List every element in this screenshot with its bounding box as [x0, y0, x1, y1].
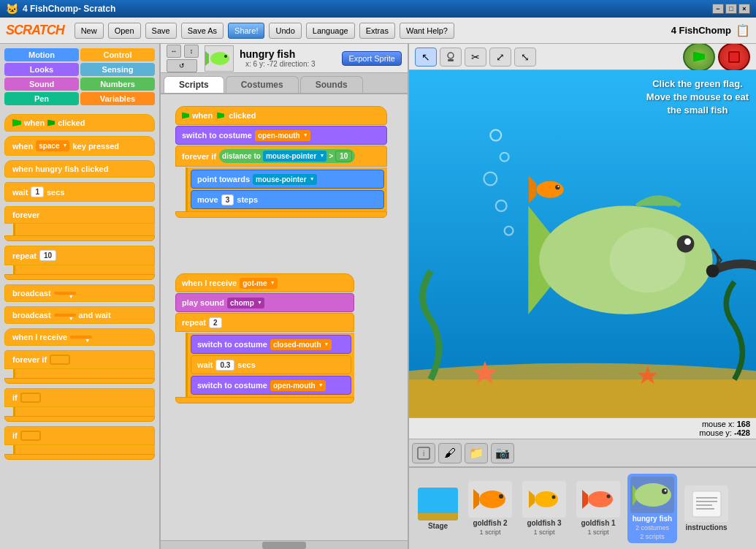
sprite-thumb-instructions[interactable]: instructions [681, 482, 731, 534]
closed-mouth-dropdown[interactable]: closed-mouth [270, 339, 332, 350]
cursor-tool[interactable]: ↖ [415, 48, 437, 67]
switch-costume-open[interactable]: switch to costume open-mouth [175, 126, 387, 145]
point-towards-dropdown[interactable]: mouse-pointer [253, 174, 316, 185]
sprite-thumb-hungry-fish[interactable]: hungry fish 2 costumes 2 scripts [627, 474, 677, 543]
open-button[interactable]: Open [108, 23, 141, 39]
block-forever[interactable]: forever [4, 206, 155, 224]
undo-button[interactable]: Undo [269, 23, 301, 39]
block-key-pressed[interactable]: when space key pressed [4, 136, 155, 156]
receive-got-me-dropdown[interactable]: got-me [240, 278, 277, 289]
flag-small [182, 113, 189, 119]
forever-slot [13, 224, 155, 235]
folder-button[interactable]: 📁 [465, 443, 488, 463]
script-area[interactable]: when clicked switch to costume open-mout… [161, 94, 408, 540]
category-numbers[interactable]: Numbers [80, 77, 155, 91]
save-as-button[interactable]: Save As [181, 23, 224, 39]
minimize-button[interactable]: − [712, 4, 724, 14]
tab-sounds[interactable]: Sounds [300, 76, 363, 93]
receive-dropdown[interactable] [70, 336, 92, 338]
if2-slot [20, 431, 41, 441]
broadcast-wait-dropdown[interactable] [54, 314, 76, 317]
distance-target-dropdown[interactable]: mouse-pointer [263, 151, 327, 162]
wait-secs-block[interactable]: wait 0.3 secs [191, 355, 351, 374]
tab-scripts[interactable]: Scripts [164, 76, 224, 93]
paint-button[interactable]: 🖌 [438, 443, 462, 463]
hungry-fish-img [630, 477, 674, 513]
open-mouth-dropdown[interactable]: open-mouth [255, 130, 310, 141]
svg-point-19 [536, 181, 563, 198]
forever-if-header[interactable]: forever if distance to mouse-pointer > 1… [175, 145, 387, 167]
category-sensing[interactable]: Sensing [80, 63, 155, 76]
repeat-header[interactable]: repeat 2 [175, 313, 354, 332]
sprite-thumb-goldfish2[interactable]: goldfish 2 1 script [465, 478, 515, 539]
category-variables[interactable]: Variables [80, 92, 155, 105]
help-button[interactable]: Want Help? [400, 23, 454, 39]
category-control[interactable]: Control [80, 48, 155, 61]
sprite-ctrl-btn-3[interactable]: ↺ [167, 59, 197, 72]
script-scrollbar[interactable] [161, 540, 408, 549]
stage-info-button[interactable]: i [412, 443, 435, 463]
sprite-thumb-goldfish1[interactable]: goldfish 1 1 script [573, 478, 623, 539]
move-steps-block[interactable]: move 3 steps [191, 190, 384, 209]
category-looks[interactable]: Looks [4, 63, 79, 76]
save-button[interactable]: Save [145, 23, 177, 39]
svg-point-0 [210, 52, 229, 65]
forever-if-inner: point towards mouse-pointer move 3 steps [186, 167, 387, 211]
camera-button[interactable]: 📷 [491, 443, 514, 463]
green-flag-button[interactable] [683, 44, 715, 72]
grow-tool[interactable]: ⤢ [489, 48, 511, 67]
goldfish1-img [576, 481, 620, 518]
script-group-1: when clicked switch to costume open-mout… [175, 106, 387, 218]
scissors-tool[interactable]: ✂ [465, 48, 486, 67]
category-motion[interactable]: Motion [4, 48, 79, 61]
sprite-info: hungry fish x: 6 y: -72 direction: 3 [240, 48, 316, 68]
category-pen[interactable]: Pen [4, 92, 79, 105]
svg-point-33 [479, 491, 505, 508]
sprite-thumb-goldfish3[interactable]: goldfish 3 1 script [519, 478, 569, 539]
block-when-receive[interactable]: when I receive [4, 328, 155, 346]
block-repeat[interactable]: repeat 10 [4, 246, 155, 265]
svg-marker-37 [529, 491, 535, 508]
when-clicked-hat[interactable]: when clicked [175, 106, 387, 125]
forever-if-bottom [175, 211, 387, 218]
maximize-button[interactable]: □ [725, 4, 737, 14]
switch-costume-open2[interactable]: switch to costume open-mouth [191, 376, 351, 395]
sprite-ctrl-btn-1[interactable]: ↔ [167, 45, 181, 58]
broadcast-dropdown[interactable] [54, 292, 76, 295]
close-button[interactable]: × [738, 4, 750, 14]
block-if2[interactable]: if [4, 426, 155, 445]
open-mouth2-dropdown[interactable]: open-mouth [270, 380, 326, 391]
script-scrollbar-thumb[interactable] [262, 542, 306, 549]
menu-bar: SCRATCH New Open Save Save As Share! Und… [0, 18, 756, 44]
tab-costumes[interactable]: Costumes [226, 76, 299, 93]
new-button[interactable]: New [75, 23, 104, 39]
stamp-tool[interactable] [440, 48, 462, 67]
share-button[interactable]: Share! [228, 23, 264, 39]
block-broadcast-wait[interactable]: broadcast and wait [4, 306, 155, 324]
shrink-tool[interactable]: ⤡ [514, 48, 536, 67]
block-when-clicked[interactable]: when clicked [4, 114, 155, 132]
category-sound[interactable]: Sound [4, 77, 79, 91]
export-sprite-button[interactable]: Export Sprite [342, 51, 402, 66]
svg-rect-4 [448, 59, 454, 61]
block-broadcast[interactable]: broadcast [4, 284, 155, 302]
when-receive-hat[interactable]: when I receive got-me [175, 273, 354, 292]
switch-costume-closed[interactable]: switch to costume closed-mouth [191, 335, 351, 354]
extras-button[interactable]: Extras [359, 23, 395, 39]
point-towards-block[interactable]: point towards mouse-pointer [191, 170, 384, 189]
stage-canvas[interactable]: Click the green flag. Move the mouse to … [409, 70, 756, 417]
play-sound-block[interactable]: play sound chomp [175, 293, 354, 312]
scripts-panel: ↔ ↕ ↺ hungry fish [161, 44, 409, 549]
key-dropdown[interactable]: space [36, 140, 69, 151]
block-wait[interactable]: wait 1 secs [4, 182, 155, 202]
block-if[interactable]: if [4, 388, 155, 407]
sprite-thumb-stage[interactable]: Stage [415, 485, 461, 533]
sound-chomp-dropdown[interactable]: chomp [227, 298, 264, 308]
sprite-ctrl-btn-2[interactable]: ↕ [184, 45, 199, 58]
sprite-preview [205, 45, 234, 72]
block-forever-if[interactable]: forever if [4, 350, 155, 369]
language-button[interactable]: Language [306, 23, 355, 39]
stop-button[interactable] [718, 44, 750, 72]
block-sprite-clicked[interactable]: when hungry fish clicked [4, 160, 155, 178]
goldfish2-img [468, 481, 512, 518]
